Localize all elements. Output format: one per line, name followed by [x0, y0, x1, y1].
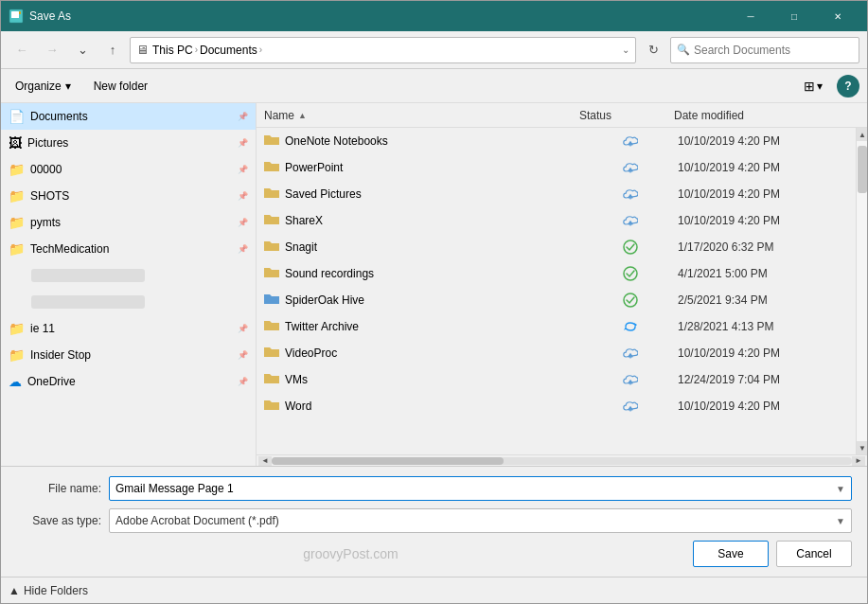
scroll-thumb[interactable] [858, 146, 867, 193]
search-icon: 🔍 [677, 44, 690, 56]
file-list-header: Name ▲ Status Date modified [257, 103, 867, 128]
sidebar-label-00000: 00000 [30, 163, 232, 176]
pin-icon: 📌 [238, 377, 248, 386]
svg-rect-1 [11, 11, 19, 18]
column-header-status[interactable]: Status [579, 109, 674, 122]
table-row[interactable]: VideoProc 10/10/2019 4:20 PM [257, 340, 856, 366]
refresh-button[interactable]: ↻ [640, 37, 666, 63]
folder-icon [264, 133, 279, 149]
table-row[interactable]: Word 10/10/2019 4:20 PM [257, 393, 856, 419]
sidebar-item-onedrive[interactable]: ☁OneDrive📌 [1, 368, 256, 395]
table-row[interactable]: OneNote Notebooks 10/10/2019 4:20 PM [257, 128, 856, 154]
table-row[interactable]: PowerPoint 10/10/2019 4:20 PM [257, 154, 856, 181]
sidebar-item-pictures[interactable]: 🖼Pictures📌 [1, 130, 256, 156]
table-row[interactable]: Sound recordings 4/1/2021 5:00 PM [257, 260, 856, 287]
sidebar-item-7[interactable] [1, 289, 256, 315]
close-button[interactable]: ✕ [816, 1, 859, 31]
filename-label: File name: [16, 482, 101, 495]
sidebar-techmedication-icon: 📁 [9, 241, 25, 257]
scroll-up-button[interactable]: ▲ [857, 128, 867, 141]
table-row[interactable]: Twitter Archive 1/28/2021 4:13 PM [257, 313, 856, 340]
address-bar[interactable]: 🖥 This PC › Documents › ⌄ [130, 37, 636, 63]
hide-folders-button[interactable]: ▲ Hide Folders [9, 584, 88, 597]
sidebar-label-pymts: pymts [30, 216, 232, 229]
sidebar-item-techmedication[interactable]: 📁TechMedication📌 [1, 236, 256, 262]
scroll-down-button[interactable]: ▼ [857, 441, 867, 454]
column-header-name[interactable]: Name ▲ [264, 109, 579, 122]
sidebar-label-insider stop: Insider Stop [30, 348, 232, 362]
sidebar-item-6[interactable] [1, 262, 256, 289]
breadcrumb-thispc[interactable]: This PC [152, 44, 193, 57]
file-name: Twitter Archive [285, 320, 359, 333]
recent-locations-button[interactable]: ⌄ [69, 37, 96, 63]
cancel-button[interactable]: Cancel [776, 541, 852, 567]
bottom-section: File name: ▼ Save as type: Adobe Acrobat… [1, 466, 867, 577]
table-row[interactable]: Saved Pictures 10/10/2019 4:20 PM [257, 181, 856, 207]
filename-input[interactable] [115, 482, 836, 495]
date-cell: 4/1/2021 5:00 PM [678, 267, 848, 280]
svg-point-5 [624, 267, 637, 280]
back-button[interactable]: ← [9, 37, 35, 63]
table-row[interactable]: ShareX 10/10/2019 4:20 PM [257, 207, 856, 234]
sidebar-item-documents[interactable]: 📄Documents📌 [1, 103, 256, 130]
sidebar-label-techmedication: TechMedication [30, 242, 232, 256]
address-dropdown-arrow[interactable]: ⌄ [622, 44, 629, 55]
view-dropdown-icon: ▾ [817, 80, 823, 93]
filetype-dropdown-arrow: ▼ [836, 516, 845, 526]
folder-icon [264, 265, 279, 281]
minimize-button[interactable]: ─ [729, 1, 772, 31]
main-content: 📄Documents📌🖼Pictures📌📁00000📌📁SHOTS📌📁pymt… [1, 103, 867, 466]
sidebar-pymts-icon: 📁 [9, 215, 25, 230]
folder-icon [264, 239, 279, 255]
sidebar-label-pictures: Pictures [27, 136, 232, 150]
status-cell [583, 266, 678, 281]
organize-button[interactable]: Organize ▾ [9, 75, 78, 98]
table-row[interactable]: VMs 12/24/2019 7:04 PM [257, 366, 856, 393]
file-name: Sound recordings [285, 267, 374, 280]
status-cell [583, 319, 678, 334]
sidebar-item-ie-11[interactable]: 📁ie 11📌 [1, 315, 256, 342]
sidebar-item-pymts[interactable]: 📁pymts📌 [1, 209, 256, 236]
svg-rect-2 [19, 11, 21, 14]
svg-rect-3 [11, 19, 21, 22]
file-name: SpiderOak Hive [285, 293, 364, 307]
scroll-track [857, 141, 867, 441]
date-cell: 10/10/2019 4:20 PM [678, 346, 848, 360]
hscroll-thumb[interactable] [272, 457, 504, 465]
forward-button[interactable]: → [39, 37, 65, 63]
up-button[interactable]: ↑ [99, 37, 126, 63]
hscroll-left-button[interactable]: ◄ [258, 456, 272, 466]
search-box[interactable]: 🔍 [670, 37, 859, 63]
pin-icon: 📌 [238, 350, 248, 360]
sidebar-item-insider-stop[interactable]: 📁Insider Stop📌 [1, 342, 256, 368]
save-button[interactable]: Save [693, 541, 769, 567]
file-name: Word [285, 400, 311, 413]
filename-dropdown-arrow[interactable]: ▼ [836, 484, 845, 494]
pin-icon: 📌 [238, 112, 248, 121]
file-name: VMs [285, 373, 308, 386]
table-row[interactable]: SpiderOak Hive 2/5/2021 9:34 PM [257, 287, 856, 313]
horizontal-scrollbar[interactable]: ◄ ► [257, 454, 867, 466]
new-folder-button[interactable]: New folder [85, 75, 156, 98]
pin-icon: 📌 [238, 138, 248, 148]
filetype-dropdown[interactable]: Adobe Acrobat Document (*.pdf) ▼ [109, 508, 852, 533]
folder-icon [264, 212, 279, 228]
table-row[interactable]: Snagit 1/17/2020 6:32 PM [257, 234, 856, 260]
vertical-scrollbar[interactable]: ▲ ▼ [856, 128, 867, 454]
view-button[interactable]: ⊞ ▾ [797, 74, 829, 98]
folder-icon [264, 345, 279, 361]
maximize-button[interactable]: □ [772, 1, 816, 31]
hscroll-right-button[interactable]: ► [852, 456, 865, 466]
search-input[interactable] [694, 44, 853, 57]
help-button[interactable]: ? [837, 75, 859, 98]
breadcrumb: This PC › Documents › [152, 44, 618, 57]
breadcrumb-documents[interactable]: Documents [200, 44, 257, 57]
sidebar-label-documents: Documents [30, 110, 232, 123]
sidebar-item-00000[interactable]: 📁00000📌 [1, 156, 256, 183]
svg-point-6 [624, 293, 637, 307]
file-name: OneNote Notebooks [285, 134, 388, 148]
folder-icon [264, 159, 279, 175]
sidebar-item-shots[interactable]: 📁SHOTS📌 [1, 183, 256, 209]
filename-input-container[interactable]: ▼ [109, 476, 852, 501]
column-header-date[interactable]: Date modified [674, 109, 844, 122]
